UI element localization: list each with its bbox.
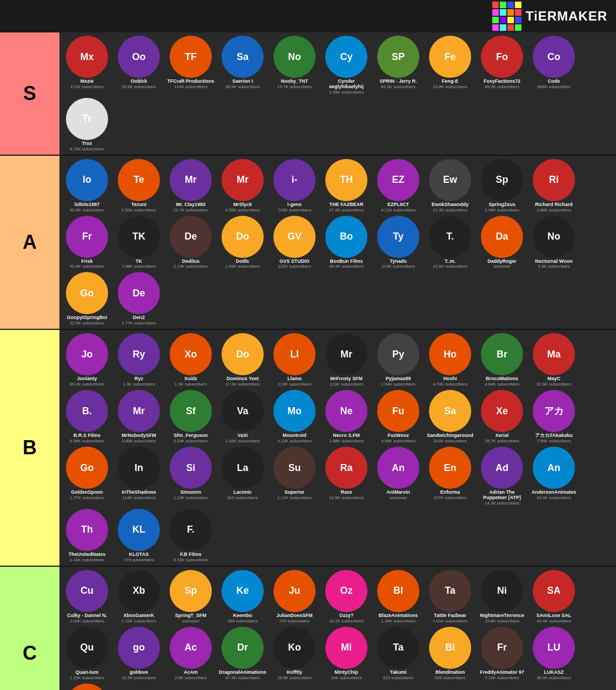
- creator-item[interactable]: CoCode988K subscribers: [530, 36, 578, 95]
- creator-item[interactable]: MrMrFrosty SFM119K subscribers: [322, 333, 371, 387]
- creator-item[interactable]: LaLaconic810 subscribers: [218, 447, 267, 506]
- creator-item[interactable]: BlBlendination605 subscribers: [426, 627, 474, 680]
- creator-item[interactable]: EnEnforma237K subscribers: [426, 447, 474, 506]
- tier-content-s: MxMxzie121K subscribersOoOoblck25.6K sub…: [59, 32, 616, 155]
- creator-item[interactable]: SuSuperior1.11K subscribers: [270, 447, 319, 506]
- creator-item[interactable]: KeKeembo354 subscribers: [218, 570, 267, 623]
- creator-name: Tynado: [390, 259, 406, 264]
- creator-item[interactable]: OoOoblck25.6K subscribers: [115, 36, 163, 95]
- creator-item[interactable]: PyPyjamas891.04K subscribers: [374, 333, 423, 387]
- creator-item[interactable]: SpSpringZeus1.99K subscribers: [478, 159, 526, 213]
- creator-item[interactable]: MoMountroid3.22K subscribers: [270, 390, 319, 443]
- creator-item[interactable]: F.F.B Films6.33K subscribers: [166, 509, 215, 562]
- creator-item[interactable]: DrDragonalAnimations47.3K subscribers: [218, 627, 267, 680]
- creator-item[interactable]: TaTattle Fazbear1.01K subscribers: [426, 570, 474, 623]
- creator-item[interactable]: MaMayC32.9K subscribers: [530, 333, 578, 387]
- creator-item[interactable]: NoNocturnal Woon5.9K subscribers: [530, 216, 578, 269]
- creator-item[interactable]: ThTheUnitedNates1.43K subscribers: [63, 509, 111, 562]
- creator-subs: 2.6K subscribers: [175, 675, 207, 680]
- creator-avatar: Su: [273, 447, 316, 489]
- creator-item[interactable]: SaSandwichingaround310K subscribers: [426, 390, 474, 443]
- creator-subs: 26.9K subscribers: [277, 675, 312, 680]
- creator-item[interactable]: NeNecro S.FM1.88K subscribers: [322, 390, 371, 443]
- creator-item[interactable]: BoBonBun Films44.4K subscribers: [322, 216, 371, 269]
- creator-subs: 3.99K subscribers: [381, 439, 416, 443]
- creator-item[interactable]: lololbite198750.9K subscribers: [63, 159, 111, 213]
- creator-item[interactable]: FrFrisk50.6K subscribers: [63, 216, 111, 269]
- creator-item[interactable]: OzOzzy?16.2K subscribers: [322, 570, 371, 623]
- creator-item[interactable]: NoNooby_TNT12.7K subscribers: [270, 36, 319, 95]
- creator-item[interactable]: DeDenZ2.77K subscribers: [115, 272, 163, 326]
- creator-item[interactable]: RaRaze14.9K subscribers: [322, 447, 371, 506]
- creator-item[interactable]: LlLlama119K subscribers: [270, 333, 319, 387]
- creator-item[interactable]: GVGVS STUDIO122K subscribers: [270, 216, 319, 269]
- creator-item[interactable]: B.B.R.S Films5.99K subscribers: [63, 390, 111, 443]
- creator-subs: 7.54K subscribers: [537, 439, 571, 443]
- creator-item[interactable]: SpSpringT_SFMunknown: [166, 570, 215, 623]
- creator-avatar: De: [170, 216, 212, 258]
- creator-item[interactable]: KLKLOTAS729 subscribers: [115, 509, 163, 562]
- creator-item[interactable]: DoDominus Yeet17.3K subscribers: [218, 333, 267, 387]
- creator-item[interactable]: QuQuan-tum1.25K subscribers: [63, 627, 111, 680]
- creator-item[interactable]: TrTrox9.73K subscribers: [63, 98, 111, 151]
- creator-name: MrFrosty SFM: [330, 376, 363, 382]
- creator-item[interactable]: KoKofftly26.9K subscribers: [270, 627, 319, 680]
- creator-item[interactable]: SfSfm_Ferguson2.53K subscribers: [166, 390, 215, 443]
- creator-item[interactable]: TFTFCraft Productions114K subscribers: [166, 36, 215, 95]
- creator-name: VaXi: [237, 433, 247, 439]
- creator-item[interactable]: BrBrocoMations4.84K subscribers: [478, 333, 526, 387]
- creator-item[interactable]: MrMrSlyck9.55K subscribers: [218, 159, 267, 213]
- creator-item[interactable]: MrMrNobodySFM3.89K subscribers: [115, 390, 163, 443]
- creator-item[interactable]: SASAmiLose SAL42.4K subscribers: [530, 570, 578, 623]
- creator-item[interactable]: FrFreddyAnimator 977.19K subscribers: [478, 627, 526, 680]
- creator-item[interactable]: GoGoopytSpringBoi22.5K subscribers: [63, 272, 111, 326]
- creator-item[interactable]: BlBlazeAnimations1.34K subscribers: [374, 570, 423, 623]
- creator-item[interactable]: THTHE FAZBEAR27.4K subscribers: [322, 159, 371, 213]
- creator-item[interactable]: EZEZPLIICT4.11K subscribers: [374, 159, 423, 213]
- creator-item[interactable]: HoHoshi4.74K subscribers: [426, 333, 474, 387]
- creator-item[interactable]: MrMr. Clay198322.7K subscribers: [166, 159, 215, 213]
- creator-item[interactable]: DaDaddyRogerunknown: [478, 216, 526, 269]
- creator-item[interactable]: DeDedilus2.14K subscribers: [166, 216, 215, 269]
- creator-item[interactable]: TaTakumi523 subscribers: [374, 627, 423, 680]
- creator-item[interactable]: MxMxzie121K subscribers: [63, 36, 111, 95]
- creator-item[interactable]: AnAniMarvinunknown: [374, 447, 423, 506]
- creator-item[interactable]: CyCynder aeglyhikaelyhij1.65K subscriber…: [322, 36, 371, 95]
- creator-item[interactable]: TyTynado119K subscribers: [374, 216, 423, 269]
- creator-item[interactable]: T.T..m.12.6K subscribers: [426, 216, 474, 269]
- creator-item[interactable]: VaVaXi1.45K subscribers: [218, 390, 267, 443]
- creator-item[interactable]: XbXboxGamerK1.22K subscribers: [115, 570, 163, 623]
- creator-item[interactable]: JoJonianty99.1K subscribers: [63, 333, 111, 387]
- creator-item[interactable]: i-i-gens709K subscribers: [270, 159, 319, 213]
- creator-item[interactable]: EwEwokShawoddy11.3K subscribers: [426, 159, 474, 213]
- creator-item[interactable]: TeTezuni2.52K subscribers: [115, 159, 163, 213]
- creator-item[interactable]: DoDotllc1.83K subscribers: [218, 216, 267, 269]
- creator-item[interactable]: AdAdrian The Puppeteer [ATP]14.3K subscr…: [478, 447, 526, 506]
- creator-item[interactable]: RyRyz1.3K subscribers: [115, 333, 163, 387]
- creator-item[interactable]: InInTheShadows114K subscribers: [115, 447, 163, 506]
- creator-avatar: Co: [533, 36, 575, 78]
- creator-subs: 122K subscribers: [278, 264, 311, 269]
- creator-item[interactable]: CuCulky - Dannel N.1.04K subscribers: [63, 570, 111, 623]
- creator-item[interactable]: FuFuzWooz3.99K subscribers: [374, 390, 423, 443]
- creator-item[interactable]: XeXerial25.7K subscribers: [478, 390, 526, 443]
- creator-item[interactable]: SiSimonnn1.23K subscribers: [166, 447, 215, 506]
- creator-item[interactable]: NiNightmareTerrence15.6K subscribers: [478, 570, 526, 623]
- creator-item[interactable]: RiRichard Richard3.88K subscribers: [530, 159, 578, 213]
- creator-item[interactable]: SPSPRIN - Jerry R.82.2K subscribers: [374, 36, 423, 95]
- creator-item[interactable]: LULUKASZ36.9K subscribers: [530, 627, 578, 680]
- creator-item[interactable]: アカアカカ//Akakabu7.54K subscribers: [530, 390, 578, 443]
- creator-item[interactable]: MiMintyChip24K subscribers: [322, 627, 371, 680]
- creator-name: KLOTAS: [129, 552, 149, 558]
- creator-item[interactable]: FoFoxyFactions7268.9K subscribers: [478, 36, 526, 95]
- creator-item[interactable]: AnAndersonAnimates44.3K subscribers: [530, 447, 578, 506]
- creator-item[interactable]: TKTK7.58K subscribers: [115, 216, 163, 269]
- creator-item[interactable]: SaSaerion I36.9K subscribers: [218, 36, 267, 95]
- creator-item[interactable]: gogoldeve10.5K subscribers: [115, 627, 163, 680]
- creator-item[interactable]: JuJulianDoesSFM709 subscribers: [270, 570, 319, 623]
- creator-item[interactable]: ToToasty The Fox65.4K subscribers: [63, 684, 111, 690]
- creator-item[interactable]: GoGoldenSpoon1.77K subscribers: [63, 447, 111, 506]
- creator-item[interactable]: AcAcAm2.6K subscribers: [166, 627, 215, 680]
- creator-item[interactable]: FeFeng-E13.8K subscribers: [426, 36, 474, 95]
- creator-item[interactable]: XoXoidz1.3K subscribers: [166, 333, 215, 387]
